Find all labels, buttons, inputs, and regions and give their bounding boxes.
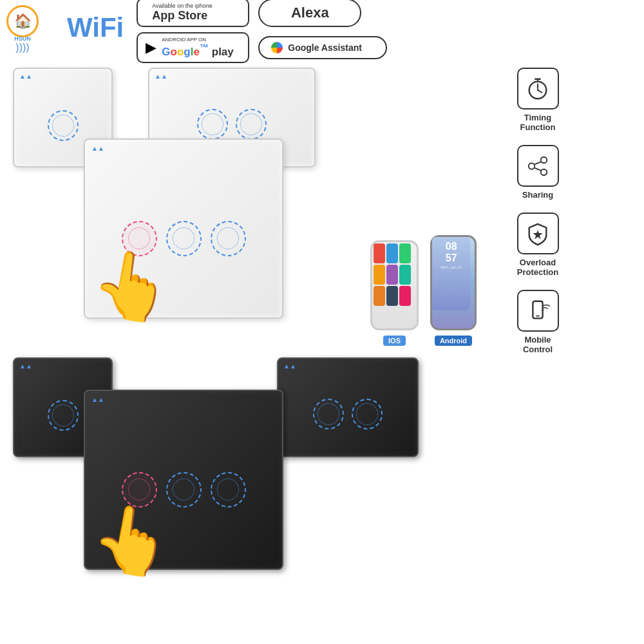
ios-label: IOS	[383, 336, 406, 346]
overload-icon	[517, 213, 559, 254]
house-icon: 🏠	[14, 13, 32, 30]
mobile-label: MobileControl	[523, 335, 553, 354]
ios-phone	[370, 240, 419, 330]
touch-button-6b[interactable]	[352, 399, 383, 430]
wifi-indicator-4: ▲▲	[19, 363, 32, 370]
wifi-indicator-1: ▲▲	[19, 73, 32, 80]
mobile-icon	[517, 290, 559, 332]
svg-point-5	[541, 156, 547, 163]
googleplay-small-text: ANDROID APP ON	[162, 37, 234, 43]
header: 🏠 HSUN )))) WiFi Available on the iphone…	[0, 0, 644, 61]
wifi-indicator-5: ▲▲	[91, 396, 104, 403]
timing-icon	[517, 68, 559, 109]
svg-line-2	[538, 90, 542, 92]
black-switches-section: ▲▲ ▲▲ 👆 ▲▲	[6, 351, 431, 628]
app-icon-5	[386, 265, 398, 285]
feature-overload: OverloadProtection	[496, 213, 580, 277]
app-icon-6	[399, 265, 411, 285]
touch-button-2b[interactable]	[236, 109, 267, 140]
alexa-badge[interactable]: Alexa	[258, 0, 361, 27]
app-icon-2	[386, 243, 398, 263]
wifi-label: WiFi	[67, 12, 124, 43]
wifi-arc-icon: ))))	[6, 42, 39, 53]
ios-screen	[372, 242, 412, 307]
svg-line-8	[535, 162, 541, 164]
app-icon-9	[399, 286, 411, 306]
black-switch-2gang-back[interactable]: ▲▲	[277, 357, 419, 457]
android-time: 0857	[446, 241, 457, 264]
android-screen: 0857 Mon, Jan 15	[432, 237, 470, 310]
wifi-indicator-3: ▲▲	[91, 145, 104, 152]
svg-marker-10	[533, 230, 542, 239]
hand-pointing-black: 👆	[86, 496, 178, 585]
feature-sharing: Sharing	[496, 145, 580, 200]
overload-label: OverloadProtection	[517, 258, 558, 277]
play-store-icon: ▶	[146, 39, 156, 56]
share-svg	[526, 154, 550, 178]
google-assistant-label: Google Assistant	[288, 43, 362, 53]
mobile-svg	[526, 299, 550, 323]
brand-name-text: HSUN	[6, 35, 39, 42]
app-icon-1	[374, 243, 385, 263]
touch-button-1[interactable]	[48, 110, 79, 141]
features-area: TimingFunction Sharing	[496, 61, 580, 628]
switches-area: ▲▲ ▲▲ ▲▲ 👆	[6, 61, 489, 628]
hand-pointing-white: 👆	[86, 242, 178, 330]
googleplay-badge[interactable]: ▶ ANDROID APP ON Google™ play	[137, 32, 249, 63]
android-phone: 0857 Mon, Jan 15	[430, 235, 477, 330]
appstore-text: Available on the iphone App Store	[152, 3, 212, 23]
touch-button-4[interactable]	[48, 400, 79, 431]
app-icon-7	[374, 286, 385, 306]
googleplay-big-text: Google™ play	[162, 43, 234, 59]
ios-phone-container: IOS	[370, 240, 419, 346]
google-assistant-badge[interactable]: Google Assistant	[258, 36, 387, 59]
touch-button-2a[interactable]	[197, 109, 228, 140]
sharing-icon	[517, 145, 559, 187]
svg-line-9	[535, 167, 541, 170]
svg-point-7	[541, 169, 547, 175]
appstore-badge[interactable]: Available on the iphone App Store	[137, 0, 249, 27]
sharing-label: Sharing	[522, 190, 553, 200]
white-switch-3gang-front[interactable]: ▲▲ 👆	[84, 138, 283, 319]
wifi-indicator-2: ▲▲	[155, 73, 167, 80]
timing-label: TimingFunction	[520, 113, 556, 132]
badges-area: Available on the iphone App Store Alexa …	[137, 0, 638, 63]
main-area: ▲▲ ▲▲ ▲▲ 👆	[0, 61, 644, 628]
feature-timing: TimingFunction	[496, 68, 580, 132]
googleplay-text: ANDROID APP ON Google™ play	[162, 37, 234, 59]
touch-button-5c[interactable]	[211, 472, 246, 507]
touch-button-3c[interactable]	[211, 221, 246, 256]
android-label: Android	[435, 336, 472, 346]
google-assistant-icon	[271, 42, 283, 53]
touch-button-5b[interactable]	[166, 472, 202, 507]
white-switches-section: ▲▲ ▲▲ ▲▲ 👆	[6, 61, 431, 338]
android-date: Mon, Jan 15	[440, 265, 462, 269]
phones-section: IOS 0857 Mon, Jan 15 Android	[370, 235, 477, 346]
svg-point-13	[542, 309, 544, 311]
android-phone-container: 0857 Mon, Jan 15 Android	[430, 235, 477, 346]
app-icon-4	[374, 265, 385, 285]
touch-button-3b[interactable]	[166, 221, 202, 256]
shield-svg	[526, 222, 550, 246]
appstore-big-text: App Store	[152, 9, 212, 23]
badges-row-2: ▶ ANDROID APP ON Google™ play Google Ass…	[137, 32, 638, 63]
brand-logo: 🏠 HSUN ))))	[6, 5, 58, 57]
feature-mobile: MobileControl	[496, 290, 580, 354]
alexa-label: Alexa	[291, 5, 329, 21]
app-icon-8	[386, 286, 398, 306]
touch-button-6a[interactable]	[313, 399, 344, 430]
clock-svg	[526, 77, 550, 101]
badges-row-1: Available on the iphone App Store Alexa	[137, 0, 638, 27]
svg-point-6	[529, 163, 535, 169]
appstore-small-text: Available on the iphone	[152, 3, 212, 9]
app-icon-3	[399, 243, 411, 263]
black-switch-3gang-front[interactable]: ▲▲ 👆	[84, 390, 283, 570]
wifi-indicator-6: ▲▲	[283, 363, 296, 370]
phones-row: IOS 0857 Mon, Jan 15 Android	[370, 235, 477, 346]
